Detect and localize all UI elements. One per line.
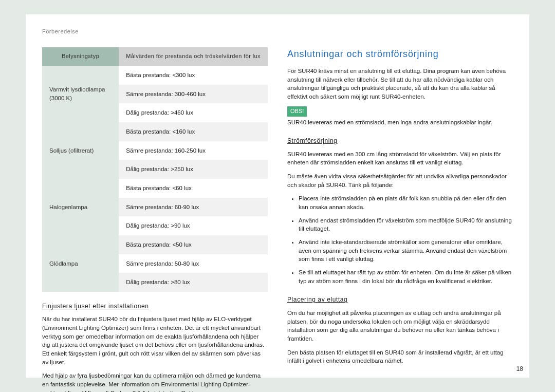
table-row: Varmvit lysdiodlampa (3000 K) Bästa pres… [42, 66, 268, 85]
lighting-value-cell: Dålig prestanda: >460 lux [119, 103, 268, 122]
paragraph: SUR40 levereras med en 300 cm lång ström… [287, 150, 513, 167]
lighting-value-cell: Dålig prestanda: >80 lux [119, 273, 268, 292]
lighting-table: Belysningstyp Målvärden för prestanda oc… [42, 47, 268, 292]
lighting-value-cell: Sämre prestanda: 60-90 lux [119, 198, 268, 217]
lighting-type-cell: Solljus (ofiltrerat) [42, 122, 119, 179]
two-column-layout: Belysningstyp Målvärden för prestanda oc… [42, 47, 513, 392]
lighting-value-cell: Bästa prestanda: <300 lux [119, 66, 268, 85]
paragraph: Om du har möjlighet att påverka placerin… [287, 309, 513, 343]
table-row: Halogenlampa Bästa prestanda: <60 lux [42, 179, 268, 198]
paragraph: När du har installerat SUR40 bör du finj… [42, 315, 268, 366]
page-content: Förberedelse Belysningstyp Målvärden för… [26, 14, 529, 378]
lighting-value-cell: Bästa prestanda: <160 lux [119, 122, 268, 141]
note-badge: OBS! [287, 106, 307, 117]
list-item: Använd inte icke-standardiserade strömkä… [299, 238, 513, 264]
right-column: Anslutningar och strömförsörjning För SU… [287, 47, 513, 392]
table-row: Glödlampa Bästa prestanda: <50 lux [42, 235, 268, 254]
lighting-value-cell: Sämre prestanda: 50-80 lux [119, 254, 268, 273]
page-sheet: Förberedelse Belysningstyp Målvärden för… [26, 14, 529, 378]
page-root: Förberedelse Belysningstyp Målvärden för… [0, 0, 555, 392]
paragraph: Med hjälp av fyra ljusbedömningar kan du… [42, 371, 268, 392]
table-header-values: Målvärden för prestanda och tröskelvärde… [119, 47, 268, 66]
paragraph: Den bästa platsen för eluttaget till en … [287, 348, 513, 365]
section-title: Anslutningar och strömförsörjning [287, 47, 513, 61]
list-item: Se till att eluttaget har rätt typ av st… [299, 268, 513, 285]
table-row: Solljus (ofiltrerat) Bästa prestanda: <1… [42, 122, 268, 141]
lighting-type-cell: Varmvit lysdiodlampa (3000 K) [42, 66, 119, 122]
lighting-value-cell: Sämre prestanda: 300-460 lux [119, 85, 268, 104]
page-number: 18 [516, 365, 523, 374]
note-text: SUR40 levereras med en strömsladd, men i… [287, 118, 513, 127]
left-subheading-1: Finjustera ljuset efter installationen [42, 302, 268, 311]
lighting-value-cell: Dålig prestanda: >90 lux [119, 216, 268, 235]
lighting-value-cell: Bästa prestanda: <50 lux [119, 235, 268, 254]
lighting-value-cell: Sämre prestanda: 160-250 lux [119, 141, 268, 160]
lighting-type-cell: Halogenlampa [42, 179, 119, 235]
paragraph: För SUR40 krävs minst en anslutning till… [287, 67, 513, 101]
note-block: OBS! SUR40 levereras med en strömsladd, … [287, 106, 513, 127]
list-item: Använd endast strömsladden för växelströ… [299, 216, 513, 233]
lighting-value-cell: Bästa prestanda: <60 lux [119, 179, 268, 198]
left-column: Belysningstyp Målvärden för prestanda oc… [42, 47, 268, 392]
breadcrumb: Förberedelse [42, 28, 513, 36]
paragraph: Du måste även vidta vissa säkerhetsåtgär… [287, 172, 513, 189]
lighting-type-cell: Glödlampa [42, 235, 119, 292]
list-item: Placera inte strömsladden på en plats dä… [299, 194, 513, 211]
table-header-type: Belysningstyp [42, 47, 119, 66]
safety-bullet-list: Placera inte strömsladden på en plats dä… [287, 194, 513, 285]
lighting-value-cell: Dålig prestanda: >250 lux [119, 160, 268, 179]
right-subheading-2: Placering av eluttag [287, 295, 513, 304]
right-subheading-1: Strömförsörjning [287, 137, 513, 145]
